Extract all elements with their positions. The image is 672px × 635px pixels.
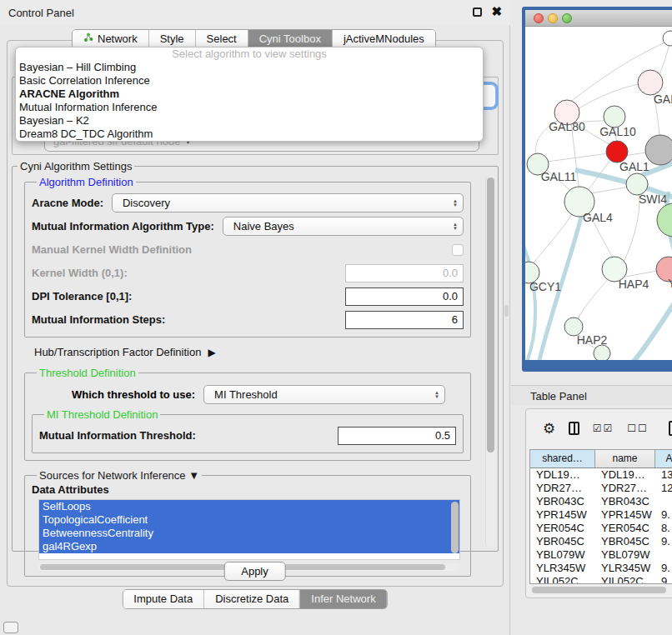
algorithm-option[interactable]: Bayesian – K2	[16, 114, 483, 128]
deselect-all-checkboxes-icon[interactable]: ☐☐	[627, 422, 649, 434]
collapsed-arrow-icon: ▶	[208, 347, 215, 358]
network-edge[interactable]	[624, 193, 639, 262]
algorithm-option[interactable]: Dream8 DC_TDC Algorithm	[16, 128, 483, 141]
attribute-item[interactable]: TopologicalCoefficient	[39, 513, 459, 527]
tab-select[interactable]: Select	[195, 30, 248, 48]
node-label: Y	[668, 277, 672, 290]
tab-network[interactable]: Network	[73, 30, 148, 48]
table-row[interactable]: YPR145WYPR145W9.	[530, 508, 672, 522]
mi-type-combo[interactable]: Naive Bayes ▲▼	[223, 217, 464, 236]
network-edge[interactable]	[547, 153, 609, 162]
select-all-checkboxes-icon[interactable]: ☑☑	[593, 422, 614, 434]
table-row[interactable]: YBR043CYBR043C	[530, 495, 672, 508]
export-table-icon[interactable]	[669, 421, 672, 436]
tab-cyni-toolbox[interactable]: Cyni Toolbox	[248, 30, 332, 48]
table-row[interactable]: YBL079WYBL079W	[530, 548, 672, 562]
panel-splitter-handle[interactable]	[504, 305, 509, 317]
settings-scrollbar[interactable]	[485, 176, 495, 548]
dpi-tolerance-label: DPI Tolerance [0,1]:	[32, 290, 132, 302]
minimized-panel-icon[interactable]	[3, 622, 18, 633]
network-edge[interactable]	[579, 83, 642, 108]
algorithm-option[interactable]: ARACNE Algorithm	[16, 88, 483, 101]
cyni-algorithm-settings: Cyni Algorithm Settings Algorithm Defini…	[12, 160, 499, 552]
close-window-icon[interactable]	[534, 13, 544, 23]
node[interactable]	[663, 31, 672, 46]
tab-infer-network[interactable]: Infer Network	[299, 590, 386, 608]
network-edge[interactable]	[590, 187, 630, 193]
columns-icon[interactable]	[569, 422, 579, 435]
control-panel-title: Control Panel	[8, 7, 74, 19]
control-panel: Control Panel ✖ NetworkStyleSelectCyni T…	[0, 0, 510, 635]
attribute-item[interactable]: SelfLoops	[39, 500, 459, 513]
stepper-icon: ▲▼	[434, 391, 439, 399]
hub-definition-toggle[interactable]: Hub/Transcription Factor Definition ▶	[34, 346, 498, 358]
table-cell: 13	[655, 468, 672, 482]
tab-style[interactable]: Style	[148, 30, 195, 48]
mi-threshold-field[interactable]: 0.5	[338, 427, 456, 445]
node[interactable]	[657, 203, 672, 237]
column-header[interactable]: name	[595, 450, 655, 468]
tab-impute-data[interactable]: Impute Data	[123, 590, 203, 608]
aracne-mode-value: Discovery	[123, 197, 448, 209]
mi-threshold-group: MI Threshold Definition Mutual Informati…	[32, 408, 464, 453]
kernel-width-field[interactable]: 0.0	[345, 264, 464, 282]
tab-label: Infer Network	[311, 592, 375, 605]
manual-kernel-checkbox[interactable]	[452, 244, 464, 256]
manual-kernel-label: Manual Kernel Width Definition	[32, 243, 192, 256]
table-hscrollbar[interactable]	[530, 586, 672, 594]
data-attributes-label: Data Attributes	[32, 483, 464, 496]
attribute-item[interactable]: BetweennessCentrality	[39, 527, 459, 540]
column-header[interactable]: shared…	[530, 450, 595, 468]
network-canvas[interactable]: GALGAL80GAL10GAL1GAL11SWI4GAL4GCY1HAP4YH…	[525, 27, 672, 360]
table-cell: YDR27…	[595, 482, 655, 495]
minimize-window-icon[interactable]	[548, 13, 558, 23]
algorithm-option[interactable]: Bayesian – Hill Climbing	[16, 61, 483, 74]
node[interactable]	[594, 345, 610, 360]
algorithm-option[interactable]: Basic Correlation Inference	[16, 74, 483, 88]
network-edge[interactable]	[630, 302, 672, 360]
table-cell	[655, 548, 672, 562]
column-header[interactable]: A	[655, 450, 672, 468]
node-label: GAL10	[599, 125, 636, 138]
list-vscrollbar[interactable]	[451, 502, 459, 553]
which-threshold-value: MI Threshold	[214, 388, 429, 401]
aracne-mode-label: Aracne Mode:	[32, 197, 103, 209]
node-label: GAL80	[549, 120, 585, 133]
table-panel: ⚙ ☑☑ ☐☐ shared…nameA YDL19…YDL19…13YDR27…	[525, 408, 672, 598]
zoom-window-icon[interactable]	[562, 13, 572, 23]
network-edge[interactable]	[532, 212, 574, 265]
table-cell: YBR045C	[530, 535, 595, 548]
table-row[interactable]: YBR045CYBR045C9.	[530, 535, 672, 548]
tab-jactivemnodules[interactable]: jActiveMNodules	[332, 30, 435, 48]
tab-label: Cyni Toolbox	[259, 32, 321, 45]
dpi-tolerance-field[interactable]: 0.0	[345, 288, 464, 306]
table-panel-title: Table Panel	[530, 390, 587, 402]
network-view-window[interactable]: GALGAL80GAL10GAL1GAL11SWI4GAL4GCY1HAP4YH…	[522, 7, 672, 372]
table-row[interactable]: YDL19…YDL19…13	[530, 468, 672, 482]
network-edge[interactable]	[625, 271, 657, 277]
mi-steps-field[interactable]: 6	[345, 311, 464, 329]
node-label: GAL1	[619, 160, 649, 173]
table-cell: YLR345W	[595, 562, 655, 575]
close-panel-icon[interactable]: ✖	[491, 4, 502, 19]
node-gal[interactable]	[638, 70, 663, 95]
network-edge[interactable]	[525, 242, 535, 360]
tab-discretize-data[interactable]: Discretize Data	[203, 590, 299, 608]
table-row[interactable]: YLR345WYLR345W9.	[530, 562, 672, 575]
float-panel-icon[interactable]	[473, 8, 482, 17]
which-threshold-combo[interactable]: MI Threshold ▲▼	[203, 385, 445, 404]
table-row[interactable]: YER054CYER054C8.	[530, 522, 672, 535]
attribute-item[interactable]: gal4RGexp	[39, 540, 459, 553]
node-label: GCY1	[529, 280, 561, 293]
apply-button[interactable]: Apply	[223, 562, 286, 581]
sources-legend[interactable]: Sources for Network Inference ▼	[37, 469, 202, 482]
network-window-titlebar	[525, 10, 672, 27]
table-row[interactable]: YDR27…YDR27…12	[530, 482, 672, 495]
aracne-mode-combo[interactable]: Discovery ▲▼	[112, 193, 464, 212]
table-row[interactable]: YIL052CYIL052C9	[530, 575, 672, 584]
algorithm-option[interactable]: Mutual Information Inference	[16, 101, 483, 114]
network-edge[interactable]	[577, 278, 609, 320]
node-label: SWI4	[639, 192, 667, 206]
gear-icon[interactable]: ⚙	[543, 422, 555, 436]
algorithm-list: Bayesian – Hill ClimbingBasic Correlatio…	[16, 61, 483, 141]
